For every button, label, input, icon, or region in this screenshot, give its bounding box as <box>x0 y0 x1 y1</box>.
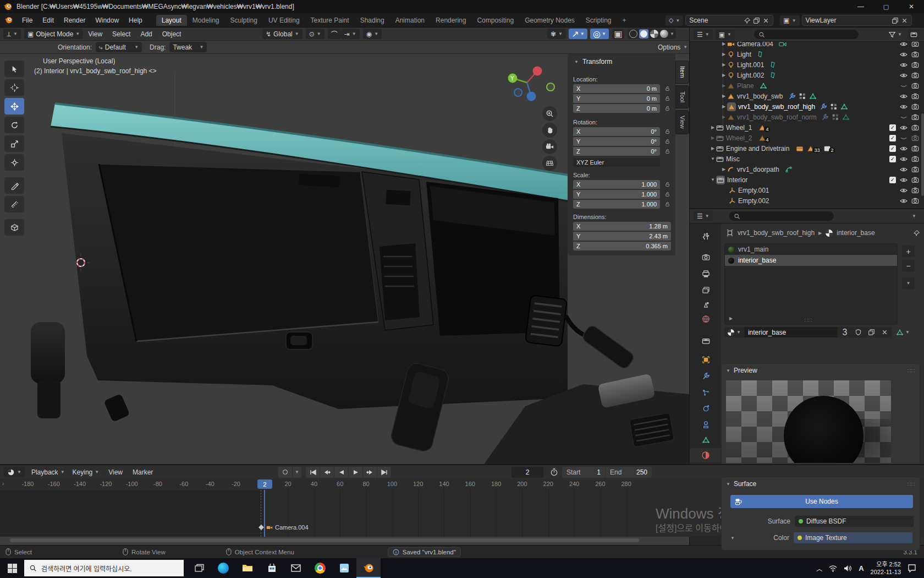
outliner-scrollbar[interactable] <box>921 113 924 196</box>
maximize-button[interactable]: ▢ <box>873 0 899 13</box>
perspective-toggle-button[interactable] <box>542 156 557 171</box>
render-visibility-icon[interactable] <box>911 155 919 163</box>
render-visibility-icon[interactable] <box>911 113 919 121</box>
outliner-row-roof-high-selected[interactable]: ▶ vrv1_body_swb_roof_high <box>690 101 924 112</box>
outliner-row-body-swb[interactable]: ▶ vrv1_body_swb <box>690 91 924 101</box>
close-button[interactable]: ✕ <box>899 0 924 13</box>
outliner-row-engine[interactable]: ▶ Engine and Drivetrain 33 2 ✓ <box>690 143 924 154</box>
workspace-tab-shading[interactable]: Shading <box>355 15 390 26</box>
editor-type-dropdown[interactable]: ⟂▼ <box>3 29 21 39</box>
use-nodes-button[interactable]: Use Nodes <box>730 495 913 508</box>
annotate-tool[interactable] <box>4 177 24 194</box>
render-visibility-icon[interactable] <box>911 61 919 69</box>
remove-slot-button[interactable]: − <box>902 260 915 271</box>
view-menu[interactable]: View <box>103 465 128 479</box>
snap-dropdown[interactable]: ⇥▼ <box>341 29 360 39</box>
workspace-tab-geometry-nodes[interactable]: Geometry Nodes <box>519 15 580 26</box>
hide-icon[interactable] <box>900 61 908 69</box>
auto-keying-button[interactable] <box>278 467 292 478</box>
saved-notification[interactable]: Saved "vrv1.blend" <box>388 547 461 557</box>
workspace-tab-scripting[interactable]: Scripting <box>580 15 617 26</box>
shading-solid-button[interactable] <box>639 29 648 39</box>
unlink-material-button[interactable] <box>878 327 892 337</box>
expand-color-icon[interactable]: ▼ <box>730 536 735 541</box>
breadcrumb-material[interactable]: interior_base <box>837 229 875 237</box>
location-z-field[interactable]: Z0 m <box>573 104 660 113</box>
options-dropdown[interactable]: Options▼ <box>658 43 688 51</box>
hide-icon[interactable] <box>900 92 908 100</box>
jump-to-end-button[interactable] <box>377 467 391 478</box>
timeline-scrollbar[interactable] <box>10 538 639 542</box>
collection-checkbox[interactable]: ✓ <box>889 156 896 162</box>
sidebar-tab-tool[interactable]: Tool <box>675 85 689 108</box>
tab-object-data[interactable] <box>697 433 714 447</box>
slot-link-dropdown[interactable]: ▼ <box>896 329 910 336</box>
action-center-icon[interactable] <box>908 564 916 572</box>
menu-window[interactable]: Window <box>90 13 124 27</box>
rotation-mode-dropdown[interactable]: XYZ Euler <box>573 158 660 167</box>
dim-x-field[interactable]: X1.28 m <box>573 222 671 231</box>
scale-y-field[interactable]: Y1.000 <box>573 190 660 199</box>
pivot-point-dropdown[interactable]: ⊙▼ <box>306 29 324 39</box>
move-tool[interactable] <box>4 98 24 114</box>
drag-value-dropdown[interactable]: Tweak▼ <box>169 42 207 52</box>
close-icon[interactable] <box>762 17 769 24</box>
scene-selector[interactable]: Scene <box>685 15 773 26</box>
copy-icon[interactable] <box>753 17 760 24</box>
blender-menu-icon[interactable] <box>4 16 13 24</box>
hide-icon-closed[interactable] <box>900 82 908 90</box>
measure-tool[interactable] <box>4 196 24 212</box>
workspace-tab-sculpting[interactable]: Sculpting <box>225 15 263 26</box>
hide-icon[interactable] <box>900 197 908 205</box>
render-visibility-icon[interactable] <box>911 166 919 173</box>
tab-object[interactable] <box>697 352 714 367</box>
orientation-value-dropdown[interactable]: ⤷Default▼ <box>96 42 142 52</box>
material-slot-interior-base[interactable]: interior_base <box>725 255 897 266</box>
add-cube-tool[interactable] <box>4 219 24 236</box>
outliner-row-wheel-1[interactable]: ▶ Wheel_1 4 ✓ <box>690 122 924 133</box>
hide-icon[interactable] <box>900 51 908 58</box>
workspace-tab-animation[interactable]: Animation <box>390 15 430 26</box>
hide-icon[interactable] <box>900 42 908 48</box>
properties-search-input[interactable] <box>729 211 834 221</box>
xray-toggle[interactable]: ▣ <box>612 29 624 39</box>
volume-icon[interactable] <box>844 565 852 572</box>
render-visibility-icon[interactable] <box>911 103 919 111</box>
tab-tool[interactable] <box>697 229 714 243</box>
add-workspace-button[interactable]: + <box>617 15 632 26</box>
lock-icon[interactable] <box>663 190 671 199</box>
outliner-search-input[interactable] <box>754 30 859 39</box>
render-visibility-icon[interactable] <box>911 124 919 132</box>
workspace-tab-uv-editing[interactable]: UV Editing <box>263 15 305 26</box>
task-view-button[interactable] <box>187 558 211 578</box>
render-visibility-icon[interactable] <box>911 42 919 48</box>
rotate-tool[interactable] <box>4 117 24 133</box>
dim-y-field[interactable]: Y2.43 m <box>573 232 671 241</box>
select-box-tool[interactable] <box>4 61 24 77</box>
outliner-row-misc[interactable]: ▼ Misc ✓ <box>690 154 924 164</box>
collapse-icon[interactable]: ▼ <box>726 482 730 487</box>
properties-editor-type-dropdown[interactable]: ☰▼ <box>694 211 713 221</box>
tab-output[interactable] <box>697 266 714 281</box>
start-button[interactable] <box>0 558 24 578</box>
scale-x-field[interactable]: X1.000 <box>573 180 660 189</box>
mode-dropdown[interactable]: ▣Object Mode▼ <box>24 29 83 39</box>
end-frame-field[interactable]: End250 <box>606 467 652 478</box>
cursor-tool[interactable] <box>4 79 24 96</box>
playback-menu[interactable]: Playback▼ <box>31 468 65 476</box>
scale-tool[interactable] <box>4 135 24 152</box>
users-count-button[interactable]: 3 <box>838 327 852 337</box>
prev-keyframe-button[interactable] <box>320 467 334 478</box>
outliner-row-empty-001[interactable]: Empty.001 <box>690 185 924 195</box>
keying-menu[interactable]: Keying▼ <box>73 468 100 476</box>
tab-render[interactable] <box>697 250 714 264</box>
hide-icon[interactable] <box>900 155 908 163</box>
ime-indicator[interactable]: A <box>859 564 864 572</box>
tab-particles[interactable] <box>697 385 714 400</box>
workspace-tab-compositing[interactable]: Compositing <box>471 15 519 26</box>
hide-icon[interactable] <box>900 187 908 194</box>
current-frame-field[interactable]: 2 <box>512 467 543 478</box>
add-slot-button[interactable]: + <box>902 246 915 257</box>
proportional-edit-dropdown[interactable]: ◉▼ <box>363 29 382 39</box>
outliner-row-plane[interactable]: ▶ Plane <box>690 80 924 91</box>
